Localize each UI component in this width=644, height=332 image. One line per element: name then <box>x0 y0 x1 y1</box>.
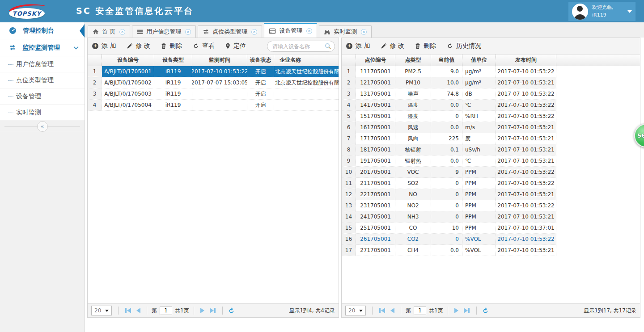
locate-button[interactable]: 定位 <box>225 42 246 50</box>
caret-down-icon <box>105 310 109 312</box>
column-header[interactable]: 监测时间 <box>192 55 247 66</box>
sidebar-item-console[interactable]: 管理控制台 <box>0 22 85 39</box>
close-icon[interactable] <box>361 29 367 35</box>
table-row[interactable]: 8181705001核辐射0.1uSv/h2017-07-10 01:53:21 <box>342 144 556 155</box>
column-header[interactable]: 当前值 <box>431 55 462 66</box>
table-row[interactable]: 13231705001NO20PPM2017-07-10 01:53:22 <box>342 200 556 211</box>
page-size-select[interactable]: 20 <box>345 306 366 315</box>
grid-header: 设备编号设备类型监测时间设备状态企业名称 <box>88 55 339 66</box>
prev-page-button[interactable] <box>136 308 140 313</box>
table-row[interactable]: 11211705001SO20PPM2017-07-10 01:53:22 <box>342 178 556 189</box>
close-icon[interactable] <box>119 29 125 35</box>
search-icon[interactable] <box>325 43 331 50</box>
delete-button[interactable]: 删除 <box>161 42 182 50</box>
table-row[interactable]: 6161705001风速0.0m/s2017-07-10 01:53:21 <box>342 122 556 133</box>
view-button[interactable]: 查看 <box>193 42 215 50</box>
close-icon[interactable] <box>306 28 312 34</box>
refresh-button[interactable] <box>228 307 235 314</box>
table-row[interactable]: 12221705001NO0PPM2017-07-10 01:53:21 <box>342 189 556 200</box>
page-size-value: 20 <box>348 307 355 314</box>
button-label: 修 改 <box>390 42 404 50</box>
table-cell: 0 <box>431 178 462 189</box>
table-row[interactable]: 3A/BJLT/0/1705003iR119开启 <box>88 88 339 100</box>
next-page-button[interactable] <box>454 308 458 313</box>
edit-button[interactable]: 修 改 <box>381 42 404 50</box>
page-number-input[interactable] <box>414 307 426 315</box>
table-row[interactable]: 4A/BJLT/0/1705004iR119开启 <box>88 100 339 111</box>
sidebar-item-device[interactable]: 设备管理 <box>0 88 85 105</box>
table-cell: 16 <box>342 234 356 244</box>
table-row[interactable]: 14241705001NH30PPM2017-07-10 01:53:21 <box>342 211 556 223</box>
table-row[interactable]: 4141705001温度0.0℃2017-07-10 01:53:22 <box>342 100 556 111</box>
table-cell: uSv/h <box>462 144 496 155</box>
tab-home[interactable]: 首 页 <box>88 25 130 38</box>
tab-device-management[interactable]: 设备管理 <box>264 23 317 38</box>
table-row[interactable]: 10201705001VOC9PPM2017-07-10 01:53:22 <box>342 167 556 178</box>
column-header[interactable]: 设备状态 <box>247 55 274 66</box>
close-icon[interactable] <box>251 29 257 35</box>
welcome-text: 欢迎光临, iR119 <box>592 4 626 19</box>
column-header[interactable]: 点类型 <box>395 55 431 66</box>
table-row[interactable]: 1111705001PM2.59.0μg/m³2017-07-10 01:53:… <box>342 66 556 77</box>
pencil-icon <box>127 43 132 49</box>
column-header[interactable] <box>88 55 102 66</box>
table-cell: μg/m³ <box>462 77 496 88</box>
next-page-button[interactable] <box>200 308 204 313</box>
column-header[interactable]: 点位编号 <box>356 55 395 66</box>
table-cell: 1 <box>342 66 356 77</box>
delete-button[interactable]: 删除 <box>415 42 436 50</box>
sidebar-item-monitor-group[interactable]: 监控监测管理 <box>0 39 85 56</box>
first-page-button[interactable] <box>379 308 385 313</box>
table-cell: 2 <box>88 77 102 88</box>
table-cell: 0.0 <box>431 122 462 133</box>
column-header[interactable]: 发布时间 <box>496 55 556 66</box>
column-header[interactable]: 企业名称 <box>274 55 306 66</box>
table-row[interactable]: 3131705001噪声74.8dB2017-07-10 01:53:22 <box>342 88 556 100</box>
sidebar-item-realtime[interactable]: 实时监测 <box>0 105 85 121</box>
table-row[interactable]: 17271705001CH40.0%VOL2017-07-10 01:53:21 <box>342 245 556 256</box>
table-row[interactable]: 2A/BJLT/0/1705002iR1192017-07-07 15:03:0… <box>88 77 339 88</box>
close-icon[interactable] <box>185 29 191 35</box>
table-cell: 2017-07-10 01:53:21 <box>496 144 556 155</box>
table-row[interactable]: 5151705001湿度0%RH2017-07-10 01:53:22 <box>342 111 556 122</box>
tab-bar: 首 页 用户信息管理 点位类型管理 设备管理 实时监测 <box>85 22 644 38</box>
tab-point-type[interactable]: 点位类型管理 <box>198 25 262 38</box>
column-header[interactable]: 值单位 <box>462 55 496 66</box>
page-number-input[interactable] <box>160 307 172 315</box>
table-cell: 121705001 <box>356 77 395 88</box>
collapse-sidebar-button[interactable] <box>37 121 48 132</box>
table-row[interactable]: 2121705001PM1010.0μg/m³2017-07-10 01:53:… <box>342 77 556 88</box>
tab-user-info[interactable]: 用户信息管理 <box>132 25 196 38</box>
edit-button[interactable]: 修 改 <box>127 42 150 50</box>
sidebar: 管理控制台 监控监测管理 用户信息管理 点位类型管理 设备管理 实时监测 <box>0 22 85 332</box>
table-cell: 湿度 <box>395 111 431 122</box>
table-row[interactable]: 1A/BJLT/0/1705001iR1192017-07-10 01:53:2… <box>88 66 339 77</box>
table-row[interactable]: 16261705001CO20%VOL2017-07-10 01:53:22 <box>342 234 556 245</box>
column-header[interactable] <box>342 55 356 66</box>
add-button[interactable]: 添 加 <box>346 42 370 50</box>
prev-page-button[interactable] <box>390 308 394 313</box>
last-page-button[interactable] <box>210 308 216 313</box>
user-menu[interactable]: 欢迎光临, iR119 <box>568 2 636 21</box>
sidebar-sub-label: 实时监测 <box>16 109 41 117</box>
column-header[interactable]: 设备编号 <box>102 55 154 66</box>
table-cell: 辐射热 <box>395 155 431 166</box>
table-row[interactable]: 9191705001辐射热0.0℃2017-07-10 01:53:21 <box>342 155 556 167</box>
table-cell: 10 <box>431 223 462 233</box>
page-size-select[interactable]: 20 <box>91 306 112 315</box>
plus-circle-icon <box>92 43 98 49</box>
sidebar-item-user-info[interactable]: 用户信息管理 <box>0 56 85 72</box>
refresh-button[interactable] <box>482 307 489 314</box>
column-header[interactable]: 设备类型 <box>154 55 192 66</box>
reload-icon <box>447 43 453 49</box>
table-row[interactable]: 15251705001CO10PPM2017-07-10 01:37:01 <box>342 223 556 234</box>
table-cell: NH3 <box>395 211 431 222</box>
history-button[interactable]: 历史情况 <box>447 42 481 50</box>
last-page-button[interactable] <box>464 308 470 313</box>
sidebar-item-point-type[interactable]: 点位类型管理 <box>0 72 85 88</box>
add-button[interactable]: 添 加 <box>92 42 116 50</box>
tab-realtime-monitor[interactable]: 实时监测 <box>319 25 372 38</box>
first-page-button[interactable] <box>125 308 131 313</box>
table-row[interactable]: 7171705001风向225度2017-07-10 01:53:21 <box>342 133 556 144</box>
table-cell: CO2 <box>395 234 431 244</box>
